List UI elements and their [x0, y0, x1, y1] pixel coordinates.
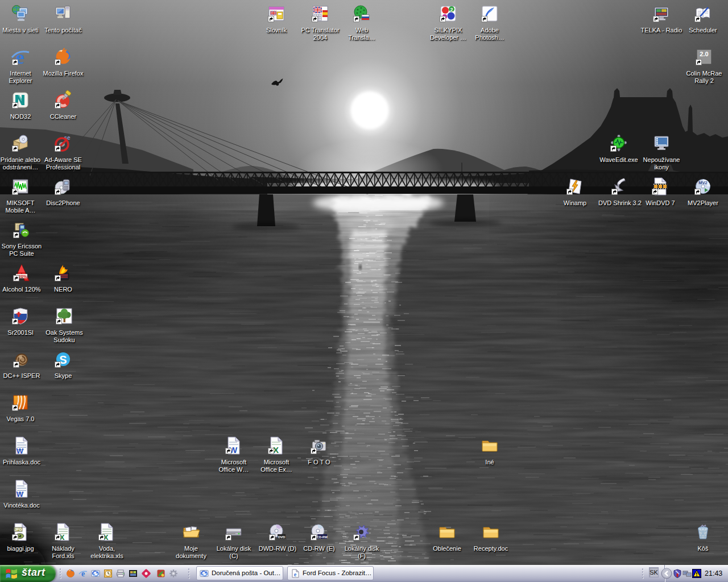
svg-text:W: W: [16, 447, 24, 455]
svg-text:JPG: JPG: [14, 527, 22, 531]
svg-text:e: e: [81, 569, 85, 578]
svg-text:DVD: DVD: [278, 535, 286, 539]
svg-text:2: 2: [450, 7, 453, 13]
svg-text:e: e: [294, 571, 297, 577]
svg-text:W: W: [16, 490, 24, 498]
svg-text:MV2: MV2: [698, 180, 707, 185]
svg-text:2.0: 2.0: [700, 51, 708, 57]
svg-text:CD-RW: CD-RW: [317, 535, 328, 539]
